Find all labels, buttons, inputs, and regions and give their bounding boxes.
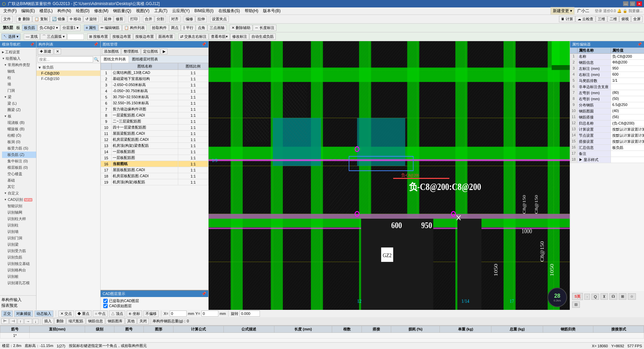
menu-online[interactable]: 在线服务(S) [216,7,242,15]
prop-row[interactable]: 9 分布钢筋 6.5@250 [570,102,644,108]
tb-split[interactable]: 分割 [155,16,166,22]
del-comp-btn[interactable]: ✕ [54,49,61,54]
tb-file[interactable]: 文件 [1,16,13,22]
tb-3d[interactable]: 三维 [596,16,607,22]
nav-item-settings[interactable]: ▶工程设置 [0,49,36,55]
nav-neg-recog[interactable]: 识别负筋 [2,254,36,261]
st-info[interactable]: 钢筋信息 [86,318,105,324]
nav-report[interactable]: 报表预览 [1,303,35,308]
comp-group-slab-rebar[interactable]: ▼ 板负筋 [36,64,100,71]
st-prev[interactable]: ⊢ [1,318,9,324]
fig-table-row[interactable]: 19 机房顶(构架)板配筋 1:1 [101,179,208,185]
tb-extend[interactable]: 延伸 [102,16,113,22]
st-lib[interactable]: 钢筋图库 [106,318,125,324]
action-q-btn[interactable]: Q [591,294,599,300]
by-edge-btn[interactable]: 按板边布置 [110,33,133,40]
fig-more-btn[interactable]: ▶ [161,49,167,54]
tb-merge[interactable]: 合并 [143,16,154,22]
menu-file[interactable]: 文件(F) [1,7,19,15]
add-fig-btn[interactable]: 添加图纸 [102,48,121,55]
fig-table-row[interactable]: 15 一层板配筋图 1:1 [101,155,208,161]
nav-item-drawing[interactable]: ▼绘图输入 [0,55,36,62]
nav-slab[interactable]: ▼板 [2,113,36,119]
fig-table-row[interactable]: 11 屋面梁配筋图.CADI 1:1 [101,131,208,137]
nav-spiral-slab[interactable]: 螺旋板 (B) [2,126,36,132]
nav-grid-found[interactable]: 识别格构台 [2,267,36,273]
close-button[interactable]: ✕ [637,1,642,6]
tb-edit-prop[interactable]: 编修 [184,16,195,22]
nav-slab-rebar[interactable]: 板受力筋 (S) [2,145,36,152]
prop-row-val[interactable]: 按默认计算设置计算 [611,127,644,132]
st-delete[interactable]: 删除 [54,318,66,324]
prop-row[interactable]: 10 钢筋图圆 (40) [570,108,644,114]
fig-table-row[interactable]: 18 机房层板配筋图.CADI 1:1 [101,173,208,179]
st-insert[interactable]: 插入 [42,318,54,324]
nav-axis[interactable]: 轴线 [2,68,36,75]
nav-door-recog[interactable]: 识别门洞 [2,235,36,241]
nav-smart-recog[interactable]: 智能识别 [2,203,36,209]
fig-table-row[interactable]: 5 30.750~32.550米标高 1:1 [101,94,208,100]
prop-row-val[interactable]: (50) [611,96,644,102]
tb-trim[interactable]: 修剪 [114,16,125,22]
tb-2d[interactable]: 二维 [608,16,619,22]
layer-select[interactable]: 分层显1 ▾ [60,25,81,31]
rotate-input[interactable] [240,311,260,317]
tb-delete[interactable]: 🗑 删除 [16,16,32,22]
prop-row[interactable]: 1 名称 负-C8@200 [570,54,644,60]
xpoint-btn[interactable]: ✕ 交点 [58,311,74,317]
center-btn[interactable]: ○ 中点 [93,311,108,317]
nav-hollow[interactable]: 空心楼盖 [2,171,36,177]
maximize-button[interactable]: □ [630,1,635,6]
fig-table-row[interactable]: 17 屋面板配筋图.CADI 1:1 [101,167,208,173]
prop-row-val[interactable]: (40) [611,108,644,114]
prop-row-val[interactable]: 600 [611,72,644,78]
nav-common[interactable]: ▼常用构件类型 [2,62,36,68]
nav-col[interactable]: 柱 [2,75,36,81]
del-aux-btn[interactable]: ✕ 删除辅助 [230,25,252,31]
select-tool[interactable]: ↖ 选择 ▾ [1,33,21,40]
tb-fullscreen[interactable]: 全屏 [631,16,643,22]
by-boundary-btn[interactable]: 按板边布置 [133,33,156,40]
arc-input[interactable] [67,34,84,40]
menu-modify[interactable]: 修改(M) [92,7,110,15]
attr-btn[interactable]: ≡ 属性 [84,25,98,31]
new-comp-btn[interactable]: ✚ 新建 [38,48,53,55]
nav-pile[interactable]: 识别桩 [2,273,36,280]
minimize-button[interactable]: — [623,1,628,6]
tb-pull[interactable]: 拉伸 [195,16,207,22]
comp-item-f-c8150[interactable]: F-C8@150 [36,76,100,81]
menu-edit[interactable]: 编辑(E) [19,7,37,15]
rebar-type[interactable]: 板负筋 [22,25,37,31]
st-prev2[interactable]: ⊣ [9,318,17,324]
comp-item-f-c8200[interactable]: F-C8@200 [36,71,100,76]
fig-tab-map[interactable]: 图纸楼层对照表 [129,56,161,63]
menu-draw[interactable]: 绘图(D) [74,7,92,15]
pts-angle-btn[interactable]: 点角 [196,25,207,31]
cad-layer-pin[interactable]: 📌 [202,292,206,296]
prop-row-val[interactable]: 按默认计算设置计算 [611,139,644,144]
organize-fig-btn[interactable]: 整理图纸 [122,48,140,55]
two-pts-btn[interactable]: 两点 [169,25,181,31]
prop-row-val[interactable]: (80) [611,90,644,96]
fig-table-row[interactable]: 12 机房层梁配筋图.CADI 1:1 [101,137,208,143]
menu-version[interactable]: 版本号(B) [261,7,283,15]
tb-top-view[interactable]: 俯视 [619,16,631,22]
menu-view[interactable]: 视图(V) [134,7,152,15]
fig-table-row[interactable]: 9 二~三层梁配筋图 1:1 [101,118,208,125]
prop-row-val[interactable]: (负-C8@200) [611,120,644,126]
nav-ring-beam[interactable]: 圈梁 (Z) [2,107,36,113]
x-input[interactable] [170,311,187,317]
action-grid-btn[interactable]: ⊞ [619,293,626,300]
tb-cloud-check[interactable]: ☁ 云检查 [575,16,595,22]
nav-floor-rebar[interactable]: 模层板筋 (0) [2,164,36,171]
fig-table-row[interactable]: 13 机房顶(构架)梁查配筋 1:1 [101,143,208,149]
comp-search-input[interactable] [38,56,93,62]
fig-table-row[interactable]: 4 -0.050~30.750米标高 1:1 [101,88,208,94]
vertex-btn[interactable]: △ 顶点 [109,311,125,317]
prop-row-val[interactable]: 负-C8@200 [611,54,644,59]
tb-align[interactable]: 对齐 [169,16,181,22]
menu-floor[interactable]: 楼层(L) [37,7,55,15]
fig-table-row[interactable]: 1 公寓结构图_13绕.CAD 1:1 [101,70,208,76]
locate-fig-btn[interactable]: 定位图纸 [141,48,160,55]
edit-rebar-btn[interactable]: ✏ 编辑钢筋 [99,25,122,31]
